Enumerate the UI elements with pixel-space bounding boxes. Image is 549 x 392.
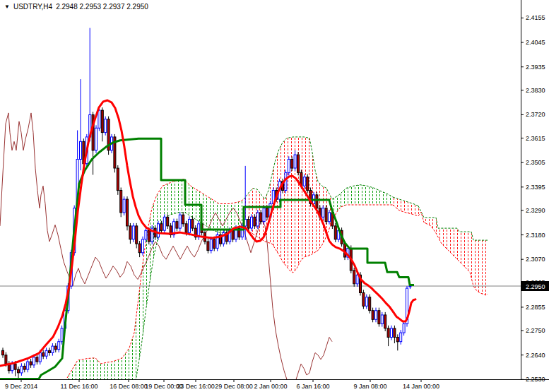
candle-body xyxy=(20,366,23,373)
candle-body xyxy=(101,110,103,133)
candle-body xyxy=(400,333,402,342)
candle-body xyxy=(123,199,125,213)
candle-body xyxy=(210,239,212,251)
current-price-tag: 2.2950 xyxy=(521,281,549,291)
x-axis-label: 16 Dec 08:00 xyxy=(110,383,148,390)
x-axis-label: 11 Dec 16:00 xyxy=(61,383,98,390)
candle-body xyxy=(126,199,129,226)
candle-body xyxy=(120,191,122,213)
candle-body xyxy=(54,346,57,350)
candle-body xyxy=(316,195,318,208)
y-axis: 2.41552.40452.39352.38302.37202.36152.35… xyxy=(521,14,545,383)
candle-body xyxy=(291,160,293,169)
candle-body xyxy=(409,286,411,287)
candle-body xyxy=(158,224,160,237)
candle-body xyxy=(381,315,383,324)
y-axis-label: 2.3830 xyxy=(526,87,545,94)
candle-body xyxy=(266,208,268,218)
candle-body xyxy=(36,357,38,362)
candle-body xyxy=(191,220,194,229)
x-axis-label: 23 Dec 16:00 xyxy=(177,383,215,390)
chart-dropdown-icon[interactable]: ▼ xyxy=(4,4,10,10)
y-axis-label: 2.4045 xyxy=(526,39,545,46)
candle-body xyxy=(23,366,25,369)
candle-body xyxy=(136,226,138,244)
candle-body xyxy=(303,177,305,186)
chart-symbol-period: USDTRY,H4 xyxy=(13,3,52,11)
candle-body xyxy=(176,222,178,228)
candle-body xyxy=(322,208,324,218)
candle-body xyxy=(160,224,163,231)
candle-body xyxy=(49,350,51,352)
x-axis: 9 Dec 201411 Dec 16:0016 Dec 08:0019 Dec… xyxy=(5,379,439,390)
candle-body xyxy=(307,177,309,191)
candle-body xyxy=(138,244,141,253)
candle-body xyxy=(365,297,367,307)
candle-body xyxy=(260,213,262,222)
candle-body xyxy=(52,346,54,352)
candle-body xyxy=(396,338,399,342)
candle-body xyxy=(384,315,386,328)
y-axis-label: 2.3180 xyxy=(526,232,545,239)
candle-body xyxy=(163,217,165,230)
candle-body xyxy=(167,217,169,226)
candle-body xyxy=(42,353,45,357)
candle-body xyxy=(353,271,355,284)
y-axis-label: 2.2750 xyxy=(526,327,545,334)
candle-body xyxy=(14,364,16,369)
candle-body xyxy=(11,364,13,370)
candle-body xyxy=(142,239,144,253)
candle-body xyxy=(387,328,389,338)
candle-body xyxy=(145,230,147,239)
candle-body xyxy=(394,328,396,338)
candle-body xyxy=(33,357,35,365)
candle-body xyxy=(18,369,20,373)
candle-body xyxy=(247,220,249,229)
current-price-tag-text: 2.2950 xyxy=(526,283,545,290)
candle-body xyxy=(263,208,265,222)
y-axis-label: 2.3615 xyxy=(526,135,545,142)
candle-body xyxy=(179,215,181,228)
candle-body xyxy=(61,328,63,342)
y-axis-label: 2.2640 xyxy=(526,352,545,359)
candle-body xyxy=(132,226,134,239)
y-axis-label: 2.2855 xyxy=(526,304,545,311)
candle-body xyxy=(2,350,4,355)
candle-body xyxy=(98,110,100,128)
candle-body xyxy=(372,311,374,320)
x-axis-label: 6 Jan 16:00 xyxy=(296,383,329,390)
candle-body xyxy=(117,168,119,191)
candle-body xyxy=(30,362,32,365)
plot-area[interactable] xyxy=(0,28,521,392)
candle-body xyxy=(288,160,290,173)
candle-body xyxy=(58,342,60,350)
candle-body xyxy=(95,128,98,150)
y-axis-label: 2.3505 xyxy=(526,159,545,166)
candle-body xyxy=(294,155,296,168)
candle-body xyxy=(369,297,371,311)
candle-body xyxy=(375,311,377,320)
y-axis-label: 2.4155 xyxy=(526,14,545,21)
price-chart[interactable]: 2.41552.40452.39352.38302.37202.36152.35… xyxy=(0,0,549,392)
y-axis-label: 2.3935 xyxy=(526,64,545,71)
x-axis-label: 14 Jan 00:00 xyxy=(403,383,439,390)
ichimoku-cloud-layer xyxy=(67,137,488,392)
candle-body xyxy=(45,350,47,356)
candle-body xyxy=(129,226,131,239)
candle-body xyxy=(232,230,234,239)
candle-body xyxy=(27,362,29,369)
candle-body xyxy=(185,224,187,233)
kumo-cloud-red xyxy=(393,197,418,216)
x-axis-label: 9 Jan 08:00 xyxy=(353,383,386,390)
y-axis-label: 2.3070 xyxy=(526,256,545,263)
candle-body xyxy=(207,242,209,251)
kumo-cloud-red xyxy=(418,206,488,295)
chart-title-bar: ▼USDTRY,H42.2948 2.2953 2.2937 2.2950 xyxy=(4,3,148,11)
senkou-span-boundary xyxy=(332,205,393,222)
candle-body xyxy=(334,226,336,239)
kumo-cloud-green xyxy=(67,179,244,392)
chart-ohlc-quote: 2.2948 2.2953 2.2937 2.2950 xyxy=(56,3,148,11)
candle-body xyxy=(391,328,393,338)
kumo-cloud-red xyxy=(244,137,332,273)
x-axis-label: 9 Dec 2014 xyxy=(5,383,37,390)
